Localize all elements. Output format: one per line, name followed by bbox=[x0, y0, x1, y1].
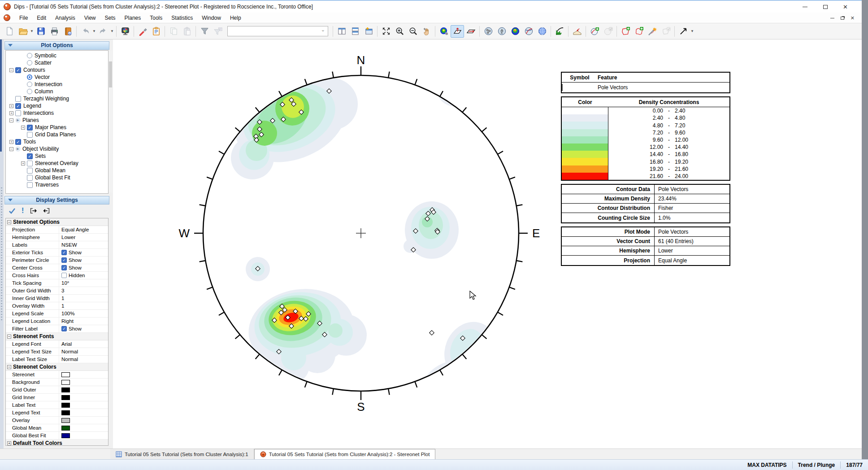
tree-checkbox[interactable] bbox=[27, 132, 33, 138]
tree-item-planes[interactable]: −▶Planes bbox=[6, 117, 108, 124]
menu-planes[interactable]: Planes bbox=[120, 13, 146, 22]
expand-expander-icon[interactable]: + bbox=[9, 104, 13, 108]
tree-item-global-mean[interactable]: Global Mean bbox=[6, 167, 108, 174]
contour-plot-button[interactable] bbox=[508, 25, 522, 38]
zoom-in-button[interactable] bbox=[393, 25, 406, 38]
play-arrow-icon[interactable]: ▶ bbox=[15, 146, 21, 152]
property-row-exterior-ticks[interactable]: Exterior Ticks✓Show bbox=[6, 249, 108, 257]
property-row-legend-location[interactable]: Legend LocationRight bbox=[6, 318, 108, 325]
tree-item-tools[interactable]: +✓Tools bbox=[6, 138, 108, 145]
expand-expander-icon[interactable]: + bbox=[21, 126, 25, 130]
property-row-global-best-fit[interactable]: Global Best Fit bbox=[6, 432, 108, 440]
tree-radio[interactable] bbox=[27, 60, 32, 65]
minimize-button[interactable] bbox=[795, 0, 815, 13]
color-swatch[interactable] bbox=[61, 380, 70, 385]
collapse-expander-icon[interactable]: − bbox=[7, 365, 11, 369]
property-group-stereonet-fonts[interactable]: −Stereonet Fonts bbox=[6, 333, 108, 340]
add-plane-button[interactable] bbox=[588, 25, 601, 38]
property-row-label-text-size[interactable]: Label Text SizeNormal bbox=[6, 356, 108, 363]
expand-expander-icon[interactable]: + bbox=[7, 441, 11, 445]
property-row-tick-spacing[interactable]: Tick Spacing10° bbox=[6, 279, 108, 287]
property-row-perimeter-circle[interactable]: Perimeter Circle✓Show bbox=[6, 257, 108, 264]
add-set-freehand-button[interactable] bbox=[632, 25, 646, 38]
tree-item-traverses[interactable]: Traverses bbox=[6, 181, 108, 188]
tree-item-column[interactable]: Column bbox=[6, 88, 108, 95]
tree-item-scatter[interactable]: Scatter bbox=[6, 59, 108, 66]
property-row-stereonet[interactable]: Stereonet bbox=[6, 371, 108, 379]
property-group-stereonet-colors[interactable]: −Stereonet Colors bbox=[6, 363, 108, 371]
color-swatch[interactable] bbox=[61, 410, 70, 415]
color-swatch[interactable] bbox=[61, 387, 70, 392]
property-row-legend-text-size[interactable]: Legend Text SizeNormal bbox=[6, 348, 108, 356]
stereonet-plot[interactable]: NSWE bbox=[113, 39, 862, 448]
tree-scrollbar[interactable] bbox=[108, 51, 113, 192]
tree-item-stereonet-overlay[interactable]: +Stereonet Overlay bbox=[6, 160, 108, 167]
tree-item-intersection[interactable]: Intersection bbox=[6, 81, 108, 88]
property-row-center-cross[interactable]: Center Cross✓Show bbox=[6, 264, 108, 272]
tree-checkbox[interactable]: ✓ bbox=[27, 125, 33, 131]
zoom-extents-button[interactable] bbox=[379, 25, 393, 38]
dip-vector-mode-button[interactable] bbox=[464, 25, 477, 38]
tree-checkbox[interactable]: ✓ bbox=[15, 139, 21, 145]
tree-item-contours[interactable]: −✓Contours bbox=[6, 66, 108, 74]
defaults-button[interactable]: ! bbox=[22, 207, 24, 215]
play-arrow-icon[interactable]: ▶ bbox=[15, 118, 21, 123]
menu-help[interactable]: Help bbox=[226, 13, 246, 22]
import-settings-button[interactable] bbox=[43, 207, 51, 215]
menu-analysis[interactable]: Analysis bbox=[51, 13, 80, 22]
edit-data-clipboard-button[interactable] bbox=[149, 25, 163, 38]
mdi-restore-button[interactable] bbox=[841, 17, 844, 20]
tree-checkbox[interactable] bbox=[27, 161, 33, 166]
tree-item-terzaghi-weighting[interactable]: Terzaghi Weighting bbox=[6, 95, 108, 102]
property-row-grid-inner[interactable]: Grid Inner bbox=[6, 394, 108, 401]
property-group-stereonet-options[interactable]: −Stereonet Options bbox=[6, 218, 108, 226]
color-swatch[interactable] bbox=[61, 403, 70, 408]
property-group-default-tool-colors[interactable]: +Default Tool Colors bbox=[6, 440, 108, 446]
undo-button[interactable] bbox=[78, 25, 92, 38]
color-swatch[interactable] bbox=[61, 433, 70, 438]
tree-item-legend[interactable]: +✓Legend bbox=[6, 102, 108, 109]
new-window-button[interactable] bbox=[362, 25, 375, 38]
stretch-contours-button[interactable] bbox=[437, 25, 451, 38]
tree-item-symbolic[interactable]: Symbolic bbox=[6, 52, 108, 59]
tree-checkbox[interactable] bbox=[27, 175, 33, 181]
menu-window[interactable]: Window bbox=[197, 13, 226, 22]
tree-item-major-planes[interactable]: +✓Major Planes bbox=[6, 124, 108, 131]
redo-button[interactable] bbox=[96, 25, 110, 38]
major-planes-plot-button[interactable] bbox=[522, 25, 535, 38]
overlay-grid-globe-button[interactable] bbox=[535, 25, 549, 38]
property-row-projection[interactable]: ProjectionEqual Angle bbox=[6, 226, 108, 234]
property-row-legend-text[interactable]: Legend Text bbox=[6, 409, 108, 417]
tree-checkbox[interactable] bbox=[27, 168, 33, 174]
tab-stereonet-plot[interactable]: Tutorial 05 Sets Tutorial (Sets from Clu… bbox=[254, 449, 436, 459]
pole-vector-mode-button[interactable] bbox=[451, 25, 464, 38]
menu-edit[interactable]: Edit bbox=[32, 13, 51, 22]
tile-horizontal-button[interactable] bbox=[348, 25, 362, 38]
property-row-labels[interactable]: LabelsNSEW bbox=[6, 241, 108, 249]
collapse-expander-icon[interactable]: − bbox=[9, 118, 13, 122]
document-viewer-button[interactable]: @ bbox=[61, 25, 74, 38]
color-swatch[interactable] bbox=[61, 418, 70, 423]
kinematic-analysis-button[interactable] bbox=[570, 25, 584, 38]
tile-vertical-button[interactable] bbox=[335, 25, 348, 38]
project-settings-tool-button[interactable] bbox=[136, 25, 149, 38]
save-button[interactable] bbox=[34, 25, 48, 38]
tree-radio[interactable] bbox=[27, 89, 32, 94]
tree-checkbox[interactable]: ✓ bbox=[15, 67, 21, 73]
property-row-overlay-width[interactable]: Overlay Width1 bbox=[6, 302, 108, 310]
property-checkbox[interactable]: ✓ bbox=[61, 265, 67, 270]
tree-item-object-visibility[interactable]: −▶Object Visibility bbox=[6, 145, 108, 152]
tree-radio[interactable] bbox=[27, 53, 32, 58]
close-button[interactable]: ✕ bbox=[835, 0, 855, 13]
new-document-button[interactable] bbox=[3, 25, 16, 38]
dropdown-caret-icon[interactable]: ▼ bbox=[110, 25, 114, 38]
rosette-plot-button[interactable] bbox=[553, 25, 566, 38]
tree-checkbox[interactable]: ✓ bbox=[15, 103, 21, 109]
tree-checkbox[interactable]: ✓ bbox=[27, 153, 33, 159]
color-swatch[interactable] bbox=[61, 426, 70, 431]
scatter-plot-button[interactable] bbox=[482, 25, 495, 38]
tree-item-grid-data-planes[interactable]: Grid Data Planes bbox=[6, 131, 108, 138]
mdi-minimize-button[interactable] bbox=[830, 18, 834, 18]
tree-item-intersections[interactable]: +Intersections bbox=[6, 109, 108, 117]
color-swatch[interactable] bbox=[61, 395, 70, 400]
